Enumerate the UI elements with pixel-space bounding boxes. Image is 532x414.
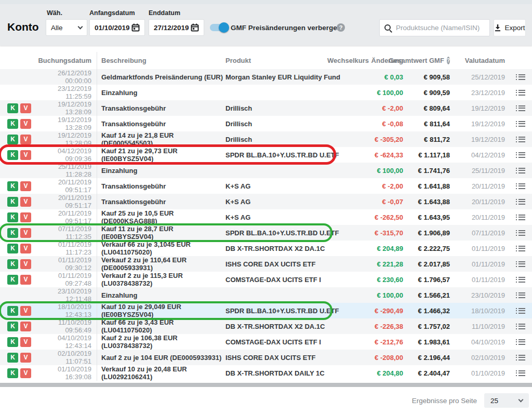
table-row[interactable]: K V 23/10/2019 12:11:48 Einzahlung € 100… xyxy=(0,287,532,303)
end-date-label: Enddatum xyxy=(149,9,180,17)
cell-product: DB X-TR.SHORTDAX X2 DA.1C xyxy=(225,245,327,252)
table-row[interactable]: K V 25/11/2019 11:28:28 Einzahlung € 100… xyxy=(0,163,532,178)
cell-booking-date: 23/10/2019 12:11:48 xyxy=(33,287,97,303)
buy-badge: K xyxy=(7,135,18,144)
row-menu-icon[interactable] xyxy=(515,196,526,207)
row-menu-icon[interactable] xyxy=(515,72,526,82)
cell-description: Transaktionsgebühr xyxy=(97,100,225,116)
table-row[interactable]: K V 18/10/2019 12:43:13 Kauf 10 zu je 29… xyxy=(0,303,532,318)
cell-total-gmf: € 1.906,89 xyxy=(404,229,450,237)
cell-description: Transaktionsgebühr xyxy=(97,194,225,209)
table-row[interactable]: K V 11/10/2019 09:56:49 Kauf 66 zu je 3,… xyxy=(0,318,532,334)
table-row[interactable]: K V 01/11/2019 11:17:23 Verkauf 66 zu je… xyxy=(0,241,532,256)
cell-kv-badges: K V xyxy=(0,244,33,253)
cell-change: € 204,89 xyxy=(367,245,404,252)
cell-total-gmf: € 909,59 xyxy=(404,89,450,97)
table-row[interactable]: K V 20/11/2019 09:51:17 Transaktionsgebü… xyxy=(0,178,532,194)
table-row[interactable]: K V 23/12/2019 11:25:59 Einzahlung € 100… xyxy=(0,85,532,100)
row-menu-icon[interactable] xyxy=(515,87,526,98)
cell-product: ISHS CORE DAX UCITS ETF xyxy=(225,260,327,268)
table-row[interactable]: K V 07/11/2019 11:12:35 Kauf 11 zu je 28… xyxy=(0,225,532,241)
row-menu-icon[interactable] xyxy=(515,134,526,144)
export-button[interactable]: Export xyxy=(494,19,526,36)
row-menu-icon[interactable] xyxy=(515,103,526,113)
sell-badge: V xyxy=(20,181,31,191)
row-menu-icon[interactable] xyxy=(515,259,526,269)
cell-description: Einzahlung xyxy=(97,163,225,178)
table-row[interactable]: K V 01/11/2019 09:30:12 Verkauf 2 zu je … xyxy=(0,256,532,272)
cell-kv-badges: K V xyxy=(0,181,33,191)
row-menu-icon[interactable] xyxy=(515,181,526,191)
cell-description: Transaktionsgebühr xyxy=(97,178,225,194)
gmf-toggle[interactable] xyxy=(210,24,228,31)
currency-value: Alle xyxy=(51,24,63,32)
cell-booking-date: 26/12/2019 00:00:00 xyxy=(33,69,97,85)
buy-badge: K xyxy=(7,337,18,347)
cell-value-date: 18/10/2019 xyxy=(450,307,509,315)
table-row[interactable]: K V 20/11/2019 09:51:17 Kauf 25 zu je 10… xyxy=(0,209,532,225)
sell-badge: V xyxy=(20,337,31,347)
cell-description: Verkauf 66 zu je 3,1045 EUR (LU041107502… xyxy=(97,241,225,256)
cell-total-gmf: € 1.741,76 xyxy=(404,167,450,175)
row-menu-icon[interactable] xyxy=(515,368,526,378)
cell-description: Geldmarktfonds Preisänderung (EUR) xyxy=(97,69,225,85)
filter-bar: Konto Wäh. Alle Anfangsdatum 01/10/2019 … xyxy=(0,0,532,46)
row-menu-icon[interactable] xyxy=(515,337,526,347)
table-row[interactable]: K V 19/12/2019 13:28:09 Transaktionsgebü… xyxy=(0,100,532,116)
row-menu-icon[interactable] xyxy=(515,165,526,176)
row-menu-icon[interactable] xyxy=(515,118,526,129)
cell-description: Kauf 21 zu je 29,73 EUR (IE00BYSZ5V04) xyxy=(97,147,225,163)
row-menu-icon[interactable] xyxy=(515,228,526,238)
cell-product: K+S AG xyxy=(225,213,327,221)
results-per-page-label: Ergebnisse pro Seite xyxy=(412,397,477,405)
cell-change: € -2,00 xyxy=(367,104,404,112)
cell-value-date: 19/12/2019 xyxy=(450,104,509,112)
table-row[interactable]: K V 01/11/2019 09:27:48 Verkauf 2 zu je … xyxy=(0,272,532,287)
row-menu-icon[interactable] xyxy=(515,274,526,285)
search-icon xyxy=(384,24,392,32)
table-row[interactable]: K V 26/12/2019 00:00:00 Geldmarktfonds P… xyxy=(0,69,532,85)
cell-change: € -624,33 xyxy=(367,151,404,159)
table-row[interactable]: K V 19/12/2019 13:28:09 Kauf 14 zu je 21… xyxy=(0,131,532,147)
help-icon[interactable]: ? xyxy=(337,23,345,32)
table-row[interactable]: K V 04/12/2019 09:09:36 Kauf 21 zu je 29… xyxy=(0,147,532,163)
table-row[interactable]: K V 01/10/2019 16:39:08 Verkauf 10 zu je… xyxy=(0,365,532,381)
calendar-icon[interactable] xyxy=(131,23,140,32)
cell-change: € 230,60 xyxy=(367,276,404,284)
table-row[interactable]: K V 20/11/2019 09:51:17 Transaktionsgebü… xyxy=(0,194,532,209)
search-input[interactable] xyxy=(396,24,485,32)
currency-select[interactable]: Alle xyxy=(46,19,87,36)
cell-kv-badges: K V xyxy=(0,259,33,269)
cell-total-gmf: € 1.466,32 xyxy=(404,307,450,315)
cell-value-date: 20/11/2019 xyxy=(450,213,509,221)
results-per-page-select[interactable]: 25 xyxy=(484,393,529,408)
cell-value-date: 19/12/2019 xyxy=(450,120,509,128)
cell-booking-date: 04/12/2019 09:09:36 xyxy=(33,147,97,163)
calendar-icon[interactable] xyxy=(191,23,199,32)
cell-product: Drillisch xyxy=(225,120,327,128)
cell-value-date: 11/10/2019 xyxy=(450,323,509,330)
table-row[interactable]: K V 19/12/2019 13:28:09 Transaktionsgebü… xyxy=(0,116,532,131)
horizontal-scrollbar[interactable] xyxy=(0,383,532,387)
table-row[interactable]: K V 04/10/2019 12:43:14 Kauf 2 zu je 106… xyxy=(0,334,532,350)
cell-description: Einzahlung xyxy=(97,85,225,100)
row-menu-icon[interactable] xyxy=(515,321,526,331)
results-per-page-value: 25 xyxy=(490,397,498,405)
table-row[interactable]: K V 02/10/2019 11:07:51 Kauf 2 zu je 104… xyxy=(0,350,532,365)
row-menu-icon[interactable] xyxy=(515,212,526,222)
end-date-input[interactable]: 27/12/2019 xyxy=(149,19,204,36)
row-menu-icon[interactable] xyxy=(515,150,526,160)
row-menu-icon[interactable] xyxy=(515,352,526,363)
download-icon xyxy=(494,24,501,32)
row-menu-icon[interactable] xyxy=(515,305,526,316)
cell-change: € -212,76 xyxy=(367,338,404,346)
sell-badge: V xyxy=(20,322,31,331)
cell-booking-date: 25/11/2019 11:28:28 xyxy=(33,163,97,178)
row-menu-icon[interactable] xyxy=(515,290,526,300)
cell-change: € -0,08 xyxy=(367,120,404,128)
row-menu-icon[interactable] xyxy=(515,243,526,253)
buy-badge: K xyxy=(7,103,18,113)
start-date-input[interactable]: 01/10/2019 xyxy=(89,19,145,36)
cell-change: € 221,28 xyxy=(367,260,404,268)
sell-badge: V xyxy=(20,103,31,113)
